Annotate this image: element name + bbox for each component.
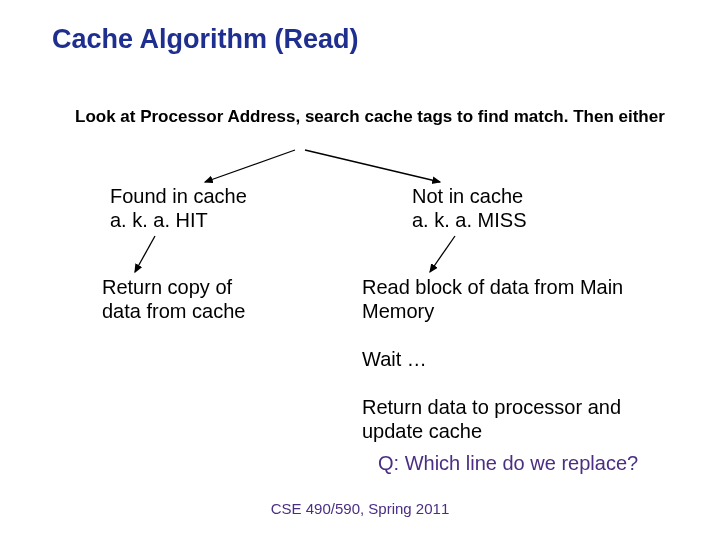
hit-line1: Found in cache bbox=[110, 185, 247, 207]
footer-text: CSE 490/590, Spring 2011 bbox=[0, 500, 720, 517]
hit-line2: a. k. a. HIT bbox=[110, 209, 208, 231]
svg-line-2 bbox=[135, 236, 155, 272]
hit-result: Return copy of data from cache bbox=[102, 275, 262, 324]
miss-line2: a. k. a. MISS bbox=[412, 209, 526, 231]
slide: Cache Algorithm (Read) Look at Processor… bbox=[0, 0, 720, 540]
svg-line-1 bbox=[305, 150, 440, 182]
miss-step-wait: Wait … bbox=[362, 348, 427, 371]
miss-step-read: Read block of data from Main Memory bbox=[362, 275, 662, 324]
replacement-question: Q: Which line do we replace? bbox=[378, 452, 638, 475]
svg-line-3 bbox=[430, 236, 455, 272]
slide-title: Cache Algorithm (Read) bbox=[52, 24, 359, 55]
svg-line-0 bbox=[205, 150, 295, 182]
miss-step-return: Return data to processor and update cach… bbox=[362, 395, 672, 444]
intro-text: Look at Processor Address, search cache … bbox=[75, 106, 671, 127]
miss-heading: Not in cache a. k. a. MISS bbox=[412, 184, 526, 232]
hit-heading: Found in cache a. k. a. HIT bbox=[110, 184, 247, 232]
miss-line1: Not in cache bbox=[412, 185, 523, 207]
